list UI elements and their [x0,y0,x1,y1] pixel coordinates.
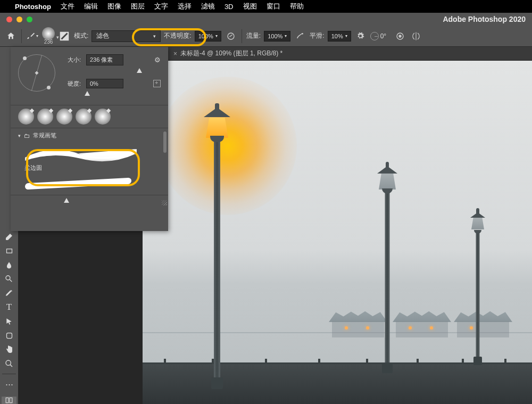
brush-tip-preview[interactable] [56,109,72,125]
dodge-tool-icon[interactable] [2,274,16,284]
size-input[interactable]: 236 像素 [86,54,123,65]
rectangle-tool-icon[interactable] [2,246,16,255]
airbrush-icon[interactable] [294,30,306,43]
tab-close-icon[interactable]: × [173,50,177,57]
resize-grip-icon[interactable] [162,200,167,205]
svg-point-2 [302,33,303,34]
scrollbar[interactable] [163,131,167,153]
flow-label: 流量: [246,31,261,40]
document-canvas[interactable] [143,61,532,404]
brush-preset-soft-round[interactable]: 柔边圆 [22,143,162,172]
blend-mode-value: 滤色 [96,31,109,40]
minimize-icon[interactable] [16,17,22,22]
size-slider[interactable] [86,68,161,75]
brush-angle-control[interactable]: 0° [370,32,386,40]
gear-icon[interactable]: ⚙ [154,56,161,64]
brush-presets-list: ▾ 🗀 常规画笔 柔边圆 硬边圆 [11,128,168,195]
menu-edit[interactable]: 编辑 [84,2,98,11]
zoom-tool-icon[interactable] [2,359,16,368]
brush-tip-preview[interactable] [95,109,111,125]
opacity-label: 不透明度: [164,31,191,40]
path-select-tool-icon[interactable] [2,317,16,326]
more-tools-icon[interactable]: ⋯ [2,380,16,389]
pressure-opacity-icon[interactable] [225,30,237,43]
smoothing-input[interactable]: 10%▾ [328,31,351,42]
brush-folder[interactable]: ▾ 🗀 常规画笔 [18,131,162,139]
menu-image[interactable]: 图像 [107,2,121,11]
chevron-down-icon: ▾ [153,34,156,39]
brush-angle-widget[interactable] [18,54,55,92]
brush-tip-preview[interactable] [18,109,34,125]
brush-preset-popup: 大小: 236 像素 ⚙ 硬度: 0% ▾ 🗀 常规画笔 柔边圆 [11,47,168,231]
macos-menubar: Photoshop 文件 编辑 图像 图层 文字 选择 滤镜 3D 视图 窗口 … [0,0,532,13]
preview-size-slider[interactable] [11,195,168,207]
menu-window[interactable]: 窗口 [267,2,280,11]
document-tab[interactable]: 未标题-4 @ 109% (图层 1, RGB/8) * [180,49,282,58]
eraser-tool-icon[interactable] [2,232,16,242]
brush-tip-preview[interactable] [37,109,53,125]
brush-preset-hard-round[interactable]: 硬边圆 [22,173,162,195]
folder-icon: 🗀 [24,133,30,139]
svg-point-6 [6,276,10,280]
chevron-down-icon: ▾ [56,35,59,40]
chevron-down-icon: ▾ [18,133,21,138]
smoothing-label: 平滑: [310,31,324,40]
smoothing-options-icon[interactable] [354,30,367,43]
brush-preset-picker[interactable]: 236 ▾ [42,27,55,45]
brush-size-label: 236 [44,39,53,45]
home-icon[interactable] [4,30,17,43]
size-label: 大小: [62,56,81,64]
pressure-size-icon[interactable] [394,30,406,43]
menu-file[interactable]: 文件 [61,2,74,11]
tool-options-bar: ▾ 236 ▾ 模式: 滤色 ▾ 不透明度: 100%▾ 流量: 100%▾ 平… [0,26,532,47]
symmetry-icon[interactable] [410,30,422,43]
blur-tool-icon[interactable] [2,260,16,269]
brush-tip-preview[interactable] [76,109,92,125]
pen-tool-icon[interactable] [2,288,16,298]
window-title: Adobe Photoshop 2020 [443,15,526,23]
flow-input[interactable]: 100%▾ [264,31,290,42]
traffic-lights [6,17,32,22]
angle-dial-icon[interactable] [370,32,379,40]
hand-tool-icon[interactable] [2,345,16,354]
shape-tool-icon[interactable] [2,331,16,340]
hardness-label: 硬度: [62,80,81,88]
app-menu[interactable]: Photoshop [15,3,51,11]
svg-rect-10 [10,398,12,402]
svg-point-8 [6,360,11,365]
close-icon[interactable] [6,17,12,22]
svg-rect-5 [6,249,12,253]
menu-help[interactable]: 帮助 [290,2,304,11]
edit-toolbar-icon[interactable] [2,397,16,404]
type-tool-icon[interactable]: T [2,302,16,312]
svg-point-4 [399,35,401,37]
menu-filter[interactable]: 滤镜 [201,2,215,11]
svg-rect-9 [6,398,9,402]
svg-rect-7 [6,333,12,339]
new-preset-icon[interactable] [153,80,161,87]
brush-tool-icon[interactable]: ▾ [26,30,39,43]
menu-select[interactable]: 选择 [178,2,192,11]
menu-view[interactable]: 视图 [243,2,257,11]
brush-tip-previews [11,105,168,128]
hardness-input[interactable]: 0% [86,79,123,88]
folder-label: 常规画笔 [33,131,56,139]
mode-label: 模式: [74,31,88,40]
menu-3d[interactable]: 3D [225,3,234,11]
angle-value: 0° [380,32,386,40]
window-titlebar: Adobe Photoshop 2020 [0,13,532,26]
blend-mode-select[interactable]: 滤色 ▾ [92,30,161,42]
maximize-icon[interactable] [27,17,32,22]
hardness-slider[interactable] [86,91,161,97]
brush-settings-icon[interactable] [58,30,71,43]
menu-type[interactable]: 文字 [154,2,168,11]
menu-layer[interactable]: 图层 [131,2,145,11]
opacity-input[interactable]: 100%▾ [195,31,221,42]
